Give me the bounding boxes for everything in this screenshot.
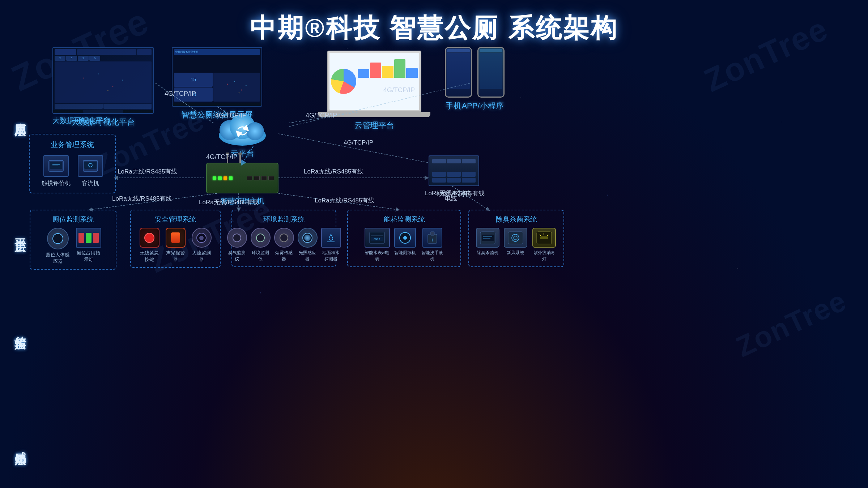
- occupancy-indicator-icon: [76, 228, 101, 248]
- sound-alarm-device: 声光报警器: [165, 228, 186, 263]
- layer-platform: 平台层: [11, 192, 30, 271]
- eth-port-1: [247, 176, 252, 180]
- host-ports: [213, 176, 233, 180]
- fresh-air-icon: [504, 228, 527, 248]
- emergency-btn-device: 无线紧急按键: [139, 228, 160, 263]
- svg-text:LoRa无线/RS485有线: LoRa无线/RS485有线: [118, 168, 177, 175]
- ctrl-port-5: [447, 178, 461, 183]
- layer-application: 应用层: [11, 76, 30, 155]
- human-sensor-icon: [47, 228, 69, 249]
- main-content: 中期®科技 智慧公厕 系统架构 应用层 平台层 传输层 感知层: [0, 0, 868, 488]
- layer-labels: 应用层 平台层 传输层 感知层: [11, 72, 30, 488]
- cloud-platform: 云平台: [213, 110, 271, 159]
- deodor-machine-label: 除臭杀菌机: [477, 250, 498, 256]
- fresh-air-label: 新风系统: [507, 250, 524, 256]
- phone-1: [445, 47, 472, 98]
- uv-light-label: 紫外线消毒灯: [532, 250, 557, 262]
- touch-evaluator: 触摸评价机: [42, 155, 71, 187]
- safety-devices: 无线紧急按键 声光报警器 人流监测器: [135, 228, 216, 263]
- page-title: 中期®科技 智慧公厕 系统架构: [0, 0, 868, 46]
- ctrl-port-3: [462, 172, 476, 177]
- toilet-monitor-title: 厕位监测系统: [35, 215, 111, 224]
- eth-port-3: [261, 176, 267, 180]
- port-led-3: [224, 176, 227, 180]
- deodor-devices: 除臭杀菌机 新风系统: [473, 228, 559, 262]
- crowd-monitor-icon: [192, 228, 212, 248]
- svg-rect-5: [50, 162, 62, 169]
- occupancy-indicator-device: 厕位占用指示灯: [76, 228, 101, 265]
- svg-text:000.0: 000.0: [374, 238, 380, 240]
- emergency-btn-label: 无线紧急按键: [139, 250, 160, 263]
- ctrl-port-6: [462, 178, 476, 183]
- sound-alarm-icon: [166, 228, 186, 248]
- port-led-2: [218, 176, 222, 180]
- emergency-btn-icon: [140, 228, 159, 248]
- control-buttons: [432, 159, 476, 163]
- smart-meter-device: 000.0 智能水表&电表: [363, 228, 391, 262]
- smart-meter-label: 智能水表&电表: [363, 250, 391, 262]
- safety-mgmt-box: 安全管理系统 无线紧急按键 声光报警器: [130, 210, 221, 268]
- env-monitor-device-item: 环境监测仪: [251, 228, 271, 262]
- smart-handwash-icon: [422, 228, 442, 248]
- deodor-box: 除臭杀菌系统 除臭杀菌机: [468, 210, 564, 267]
- svg-text:4G/TCP/IP: 4G/TCP/IP: [344, 139, 373, 146]
- smart-meter-icon: 000.0: [365, 228, 390, 248]
- safety-mgmt-title: 安全管理系统: [135, 215, 216, 224]
- energy-monitor-box: 能耗监测系统 000.0 智能水表&电表: [347, 210, 461, 267]
- cloud-label: 云平台: [230, 148, 254, 159]
- light-sensor-icon: [298, 228, 318, 248]
- ctrl-port-2: [447, 172, 461, 177]
- mobile-app-screen: 手机APP/小程序: [445, 47, 505, 111]
- env-monitor-device-label: 环境监测仪: [251, 250, 271, 262]
- light-sensor-label: 光照感应器: [298, 250, 318, 262]
- uv-light-icon: [532, 228, 556, 248]
- cloud-mgmt-label: 云管理平台: [354, 120, 394, 131]
- smart-handwash-device: 智能洗手液机: [420, 228, 445, 262]
- water-leak-label: 地面积水探测器: [321, 250, 341, 262]
- smart-paper-label: 智能厕纸机: [394, 250, 416, 256]
- touch-evaluator-label: 触摸评价机: [42, 180, 71, 187]
- human-sensor-device: 厕位人体感应器: [45, 228, 71, 265]
- svg-line-50: [278, 193, 398, 210]
- crowd-monitor-device: 人流监测器: [191, 228, 212, 263]
- svg-line-54: [278, 134, 429, 163]
- passenger-flow-device: 客流机: [78, 155, 103, 187]
- sound-alarm-label: 声光报警器: [165, 250, 186, 263]
- passenger-flow-icon: [78, 155, 103, 177]
- svg-text:LoRa无线/RS485有线: LoRa无线/RS485有线: [112, 195, 172, 202]
- odor-monitor-device: 臭气监测仪: [227, 228, 247, 262]
- business-mgmt-devices: 触摸评价机 客流机: [35, 155, 110, 187]
- deodor-title: 除臭杀菌系统: [473, 215, 559, 224]
- svg-text:LoRa无线/RS485有线: LoRa无线/RS485有线: [315, 197, 374, 204]
- toilet-devices: 厕位人体感应器 厕位占用指示灯: [35, 228, 111, 265]
- smoke-sensor-device: 烟雾传感器: [274, 228, 294, 262]
- occupancy-indicator-label: 厕位占用指示灯: [76, 250, 101, 263]
- ctrl-btn-1: [432, 159, 446, 163]
- water-leak-icon: [321, 228, 341, 248]
- comprehensive-screen: 中期科技智慧卫生间 15 10 智慧公厕综合显示屏: [172, 47, 262, 120]
- cloud-icon: [213, 110, 271, 146]
- smart-handwash-label: 智能洗手液机: [420, 250, 445, 262]
- business-mgmt-box: 业务管理系统 触摸评价机: [29, 134, 116, 193]
- control-ports: [432, 172, 476, 183]
- layer-perception: 感知层: [11, 398, 30, 488]
- passenger-flow-label: 客流机: [82, 180, 99, 187]
- svg-text:LoRa无线/RS485有线: LoRa无线/RS485有线: [304, 168, 363, 175]
- fresh-air-device: 新风系统: [504, 228, 527, 262]
- smart-host-label: 智慧管理主机: [221, 196, 264, 206]
- touch-evaluator-icon: [43, 155, 69, 177]
- svg-point-3: [246, 122, 264, 140]
- port-led-4: [229, 176, 233, 180]
- env-monitor-box: 环境监测系统 臭气监测仪 环境监测仪 烟雾传感器: [231, 210, 336, 267]
- env-monitor-title: 环境监测系统: [237, 215, 331, 224]
- mobile-app-label: 手机APP/小程序: [446, 100, 503, 111]
- big-data-conn-label: 大数据可视化平台: [52, 116, 110, 125]
- eth-port-4: [268, 176, 274, 180]
- odor-monitor-icon: [227, 228, 247, 248]
- energy-monitor-title: 能耗监测系统: [352, 215, 456, 224]
- env-monitor-device-icon: [251, 228, 271, 248]
- deodor-machine-icon: [476, 228, 499, 248]
- smart-paper-icon: [394, 228, 416, 248]
- linked-control-device: [429, 155, 479, 186]
- svg-line-44: [90, 193, 217, 210]
